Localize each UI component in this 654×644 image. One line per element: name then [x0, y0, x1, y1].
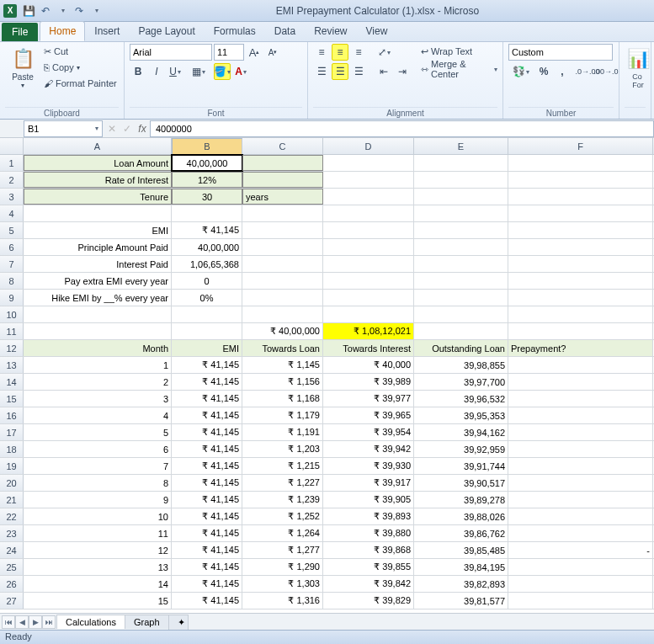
cell[interactable] [242, 290, 323, 306]
cell[interactable]: Prepayment? [508, 340, 653, 356]
cell[interactable] [242, 239, 323, 255]
cell[interactable]: ₹ 39,989 [323, 374, 414, 390]
cell[interactable]: 0% [172, 290, 242, 306]
row-header[interactable]: 25 [0, 559, 24, 575]
cell[interactable] [323, 256, 414, 272]
cell[interactable] [414, 256, 508, 272]
cell[interactable] [242, 273, 323, 289]
cell[interactable] [24, 205, 172, 221]
cell[interactable]: 7 [24, 458, 172, 474]
borders-button[interactable]: ▦ [190, 63, 207, 80]
row-header[interactable]: 20 [0, 475, 24, 491]
cell[interactable]: Rate of Interest [24, 172, 172, 188]
tab-formulas[interactable]: Formulas [205, 21, 265, 41]
cut-button[interactable]: ✂Cut [44, 44, 117, 59]
accounting-format-button[interactable]: 💱 [508, 63, 534, 80]
cell[interactable]: Towards Interest [323, 340, 414, 356]
col-header-a[interactable]: A [24, 138, 172, 154]
cell[interactable]: 39,98,855 [414, 357, 508, 373]
paste-button[interactable]: 📋 Paste ▾ [5, 44, 40, 89]
cell[interactable]: 30 [172, 189, 242, 205]
cell[interactable] [414, 323, 508, 339]
row-header[interactable]: 21 [0, 492, 24, 508]
cell[interactable]: ₹ 41,145 [172, 407, 242, 423]
cancel-icon[interactable]: ✕ [104, 123, 120, 135]
tab-view[interactable]: View [357, 21, 397, 41]
row-header[interactable]: 2 [0, 172, 24, 188]
cell[interactable] [414, 155, 508, 171]
cell[interactable]: ₹ 41,145 [172, 391, 242, 407]
row-header[interactable]: 15 [0, 391, 24, 407]
cell[interactable]: ₹ 41,145 [172, 475, 242, 491]
cell[interactable] [242, 306, 323, 322]
cell[interactable]: 39,86,762 [414, 525, 508, 541]
col-header-c[interactable]: C [242, 138, 323, 154]
cell[interactable]: years [242, 189, 323, 205]
row-header[interactable]: 19 [0, 458, 24, 474]
cell[interactable]: 2 [24, 374, 172, 390]
cell[interactable]: EMI [24, 222, 172, 238]
redo-icon[interactable]: ↷ [71, 3, 88, 19]
align-left-button[interactable]: ☰ [313, 63, 330, 80]
cell[interactable]: 39,94,162 [414, 424, 508, 440]
cell[interactable]: 39,84,195 [414, 559, 508, 575]
cell[interactable]: 39,97,700 [414, 374, 508, 390]
font-name-select[interactable] [130, 44, 212, 61]
cell[interactable]: ₹ 1,179 [242, 407, 323, 423]
cell[interactable]: 0 [172, 273, 242, 289]
cell[interactable]: ₹ 1,277 [242, 542, 323, 558]
cell[interactable]: ₹ 39,930 [323, 458, 414, 474]
undo-dropdown[interactable] [54, 3, 71, 19]
cell[interactable]: Hike EMI by __% every year [24, 290, 172, 306]
row-header[interactable]: 17 [0, 424, 24, 440]
wrap-text-button[interactable]: ↩Wrap Text [421, 44, 497, 59]
cell[interactable] [508, 374, 653, 390]
cell[interactable]: ₹ 39,855 [323, 559, 414, 575]
format-painter-button[interactable]: 🖌Format Painter [44, 76, 117, 91]
cell[interactable]: 13 [24, 559, 172, 575]
row-header[interactable]: 4 [0, 205, 24, 221]
cell[interactable]: ₹ 1,303 [242, 576, 323, 592]
col-header-b[interactable]: B [172, 138, 242, 155]
cell[interactable]: 39,85,485 [414, 542, 508, 558]
nav-last-icon[interactable]: ⏭ [42, 615, 56, 629]
new-sheet-button[interactable]: ✦ [168, 615, 189, 630]
cell[interactable] [508, 593, 653, 609]
cell[interactable]: Pay extra EMI every year [24, 273, 172, 289]
cell[interactable] [508, 155, 653, 171]
row-header[interactable]: 16 [0, 407, 24, 423]
tab-file[interactable]: File [2, 23, 38, 41]
cell[interactable]: 4 [24, 407, 172, 423]
tab-review[interactable]: Review [305, 21, 356, 41]
cell[interactable] [414, 306, 508, 322]
grow-font-button[interactable]: A▴ [246, 44, 263, 61]
cell[interactable] [323, 290, 414, 306]
row-header[interactable]: 6 [0, 239, 24, 255]
cell[interactable]: 40,00,000 [172, 239, 242, 255]
cell[interactable] [508, 424, 653, 440]
worksheet-grid[interactable]: A B C D E F 1Loan Amount40,00,0002Rate o… [0, 138, 654, 609]
tab-insert[interactable]: Insert [85, 21, 129, 41]
cell[interactable] [323, 189, 414, 205]
cell[interactable]: 11 [24, 525, 172, 541]
col-header-d[interactable]: D [323, 138, 414, 154]
cell[interactable]: ₹ 41,145 [172, 424, 242, 440]
align-center-button[interactable]: ☰ [332, 63, 348, 80]
cell[interactable]: 1,06,65,368 [172, 256, 242, 272]
number-format-select[interactable] [508, 44, 613, 61]
cell[interactable] [508, 256, 653, 272]
row-header[interactable]: 11 [0, 323, 24, 339]
row-header[interactable]: 1 [0, 155, 24, 171]
row-header[interactable]: 8 [0, 273, 24, 289]
cell[interactable]: 39,88,026 [414, 508, 508, 524]
cell[interactable] [323, 273, 414, 289]
cell[interactable]: 39,95,353 [414, 407, 508, 423]
cell[interactable]: Interest Paid [24, 256, 172, 272]
cell[interactable] [172, 205, 242, 221]
cell[interactable]: ₹ 41,145 [172, 374, 242, 390]
nav-first-icon[interactable]: ⏮ [2, 615, 15, 629]
cell[interactable]: 9 [24, 492, 172, 508]
cell[interactable]: 10 [24, 508, 172, 524]
cell[interactable] [508, 205, 653, 221]
cell[interactable] [508, 172, 653, 188]
